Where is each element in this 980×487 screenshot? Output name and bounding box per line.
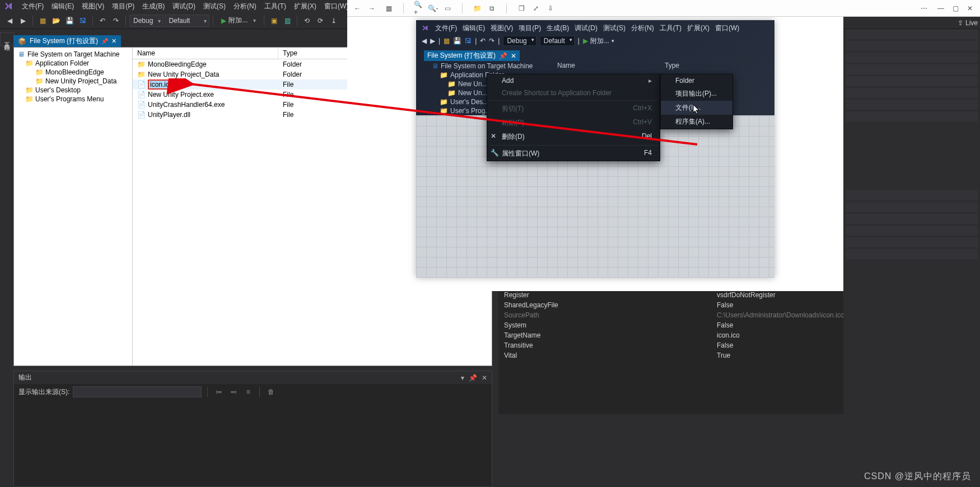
inner-screenshot: 文件(F)编辑(E)视图(V) 项目(P)生成(B)调试(D) 测试(S)分析(… bbox=[416, 20, 774, 278]
pin-icon[interactable]: 📌 bbox=[101, 38, 108, 44]
config-combo[interactable]: Debug bbox=[129, 15, 164, 27]
toolbar-btn[interactable]: ⟳ bbox=[314, 15, 326, 27]
open-icon[interactable]: 📂 bbox=[50, 15, 62, 27]
toolbar-btn[interactable]: ▣ bbox=[268, 15, 280, 27]
doc-tab-filesystem[interactable]: 📦 File System (打包设置) 📌 ✕ bbox=[13, 35, 121, 47]
output-btn[interactable]: ≔ bbox=[213, 386, 225, 397]
filesystem-tree[interactable]: 🖥File System on Target Machine📁Applicati… bbox=[14, 48, 133, 366]
new-project-icon[interactable]: ▦ bbox=[36, 15, 49, 27]
toolbar-btn[interactable]: ⟲ bbox=[301, 15, 313, 27]
output-dropdown-icon[interactable]: ▾ bbox=[461, 374, 464, 382]
prop-key: Register bbox=[504, 291, 717, 299]
separator bbox=[125, 16, 126, 26]
tree-node[interactable]: 🖥File System on Target Machine bbox=[15, 50, 131, 59]
zoom-in-icon[interactable]: 🔍+ bbox=[414, 4, 423, 13]
context-menu-item[interactable]: ✕删除(D)Del bbox=[487, 130, 660, 144]
right-sidebar bbox=[843, 29, 980, 414]
platform-combo[interactable]: Default bbox=[165, 15, 209, 27]
output-panel: 输出 ▾ 📌 ✕ 显示输出来源(S): ≔ ≕ ≡ 🗑 bbox=[13, 371, 492, 487]
nav-back-icon[interactable]: ◀ bbox=[3, 15, 16, 27]
separator bbox=[506, 3, 507, 13]
live-share-icon: ⇪ bbox=[958, 19, 963, 27]
folder-icon[interactable]: 📁 bbox=[473, 4, 482, 13]
context-menu-item[interactable]: 程序集(A)... bbox=[661, 115, 732, 129]
separator bbox=[213, 16, 213, 26]
context-menu[interactable]: Add▸Create Shortcut to Application Folde… bbox=[487, 74, 660, 161]
separator bbox=[462, 3, 463, 13]
download-icon[interactable]: ⇩ bbox=[546, 4, 555, 13]
folder-icon: 📁 bbox=[440, 71, 448, 79]
more-icon[interactable]: ⋯ bbox=[920, 4, 928, 13]
tree-label: User's Programs Menu bbox=[35, 95, 104, 103]
close-icon[interactable]: ✕ bbox=[965, 4, 974, 13]
menu-debug[interactable]: 调试(D) bbox=[169, 1, 199, 12]
file-icon: 📄 bbox=[137, 91, 146, 99]
tree-node[interactable]: 📁New Unity Project_Data bbox=[15, 77, 131, 86]
layers-icon[interactable]: ❐ bbox=[517, 4, 526, 13]
save-all-icon[interactable]: 🖫 bbox=[77, 15, 89, 27]
prev-fwd-icon[interactable]: → bbox=[367, 4, 376, 13]
prop-key: SharedLegacyFile bbox=[504, 301, 717, 309]
output-btn[interactable]: ≕ bbox=[228, 386, 239, 397]
separator bbox=[264, 16, 264, 26]
context-menu-item[interactable]: 🔧属性窗口(W)F4 bbox=[487, 147, 660, 161]
menu-test[interactable]: 测试(S) bbox=[199, 1, 230, 12]
separator bbox=[92, 16, 93, 26]
undo-icon[interactable]: ↶ bbox=[96, 15, 109, 27]
toolbar-btn[interactable]: ⤓ bbox=[328, 15, 340, 27]
tree-label: New Unity Project_Data bbox=[45, 77, 116, 85]
nav-fwd-icon[interactable]: ▶ bbox=[17, 15, 29, 27]
folder-icon: 📁 bbox=[25, 95, 33, 103]
output-pin-icon[interactable]: 📌 bbox=[469, 374, 477, 382]
folder-icon: 📁 bbox=[25, 59, 33, 67]
start-label: 附加... bbox=[228, 16, 248, 25]
fullscreen-icon[interactable]: ⤢ bbox=[531, 4, 540, 13]
zoom-out-icon[interactable]: 🔍- bbox=[428, 4, 437, 13]
start-debug-button[interactable]: ▶附加... bbox=[217, 15, 260, 27]
context-menu-item[interactable]: Folder bbox=[661, 74, 732, 87]
menu-extensions[interactable]: 扩展(X) bbox=[290, 1, 320, 12]
tree-node[interactable]: 📁User's Programs Menu bbox=[15, 95, 131, 104]
redo-icon[interactable]: ↷ bbox=[110, 15, 122, 27]
context-menu-item[interactable]: 项目输出(P)... bbox=[661, 87, 732, 101]
fit-icon[interactable]: ▭ bbox=[443, 4, 452, 13]
output-close-icon[interactable]: ✕ bbox=[482, 374, 487, 382]
prop-key: System bbox=[504, 321, 717, 329]
menu-tools[interactable]: 工具(T) bbox=[260, 1, 290, 12]
live-share[interactable]: ⇪ Live bbox=[955, 17, 980, 29]
separator bbox=[207, 387, 208, 397]
menu-project[interactable]: 项目(P) bbox=[108, 1, 138, 12]
output-btn[interactable]: ≡ bbox=[242, 386, 254, 397]
watermark: CSDN @逆风中的程序员 bbox=[864, 471, 971, 483]
output-source-combo[interactable] bbox=[73, 386, 202, 397]
tree-node[interactable]: 📁Application Folder bbox=[15, 59, 131, 68]
machine-icon: 🖥 bbox=[17, 50, 25, 58]
context-submenu[interactable]: Folder项目输出(P)...文件(I)...程序集(A)... bbox=[660, 74, 733, 129]
context-menu-item[interactable]: Add▸ bbox=[487, 74, 660, 87]
row-name: MonoBleedingEdge bbox=[148, 60, 207, 68]
doc-tab-label: File System (打包设置) bbox=[30, 36, 98, 46]
save-icon[interactable]: 💾 bbox=[63, 15, 76, 27]
grid-icon[interactable]: ▦ bbox=[384, 4, 393, 13]
tree-node[interactable]: 📁User's Desktop bbox=[15, 86, 131, 95]
file-icon: 📄 bbox=[137, 101, 146, 109]
col-header-name[interactable]: Name bbox=[133, 48, 278, 59]
menu-build[interactable]: 生成(B) bbox=[138, 1, 169, 12]
toolbox-tab[interactable]: 工具箱 bbox=[0, 32, 14, 46]
output-clear-icon[interactable]: 🗑 bbox=[265, 386, 277, 397]
toolbar-btn[interactable]: ▥ bbox=[281, 15, 293, 27]
menu-analyze[interactable]: 分析(N) bbox=[230, 1, 260, 12]
inner-tree-node: 🖥File System on Target Machine bbox=[432, 62, 555, 71]
close-tab-icon[interactable]: ✕ bbox=[111, 38, 116, 45]
menu-file[interactable]: 文件(F) bbox=[18, 1, 48, 12]
menu-view[interactable]: 视图(V) bbox=[78, 1, 108, 12]
tree-label: File System on Target Machine bbox=[27, 50, 120, 58]
prev-back-icon[interactable]: ← bbox=[353, 4, 362, 13]
output-source-label: 显示输出来源(S): bbox=[18, 387, 69, 397]
copy-icon[interactable]: ⧉ bbox=[487, 4, 496, 13]
vs-logo-icon bbox=[422, 25, 430, 32]
menu-edit[interactable]: 编辑(E) bbox=[48, 1, 78, 12]
minimize-icon[interactable]: — bbox=[936, 4, 945, 13]
maximize-icon[interactable]: ▢ bbox=[951, 4, 960, 13]
tree-node[interactable]: 📁MonoBleedingEdge bbox=[15, 68, 131, 77]
